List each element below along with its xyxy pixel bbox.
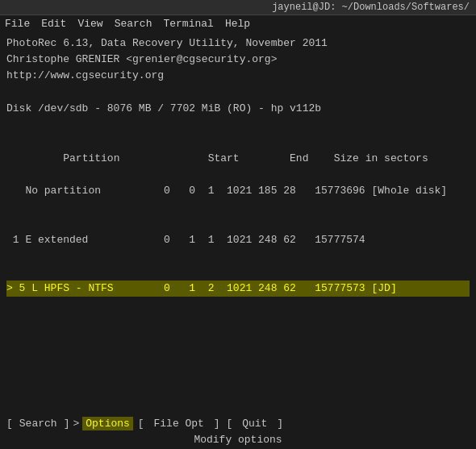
author-line: Christophe GRENIER <grenier@cgsecurity.o… bbox=[6, 52, 470, 68]
quit-button[interactable]: Quit bbox=[239, 417, 270, 430]
table-header: Partition Start End Size in sectors bbox=[31, 152, 428, 164]
table-row[interactable]: No partition 0 0 1 1021 185 28 15773696 … bbox=[6, 183, 470, 199]
disk-line: Disk /dev/sdb - 8076 MB / 7702 MiB (RO) … bbox=[6, 101, 470, 117]
menu-file[interactable]: File bbox=[5, 18, 30, 30]
bottom-bar: [ Search ] > Options [ File Opt ] [ Quit… bbox=[0, 414, 476, 449]
title-text: jayneil@JD: ~/Downloads/Softwares/ bbox=[272, 2, 470, 13]
options-arrow: > bbox=[73, 418, 79, 430]
fileopt-button[interactable]: File Opt bbox=[150, 417, 207, 430]
search-bracket-close: ] bbox=[64, 418, 70, 430]
partition-table: Partition Start End Size in sectors No p… bbox=[6, 135, 470, 330]
menu-edit[interactable]: Edit bbox=[41, 18, 66, 30]
blank2 bbox=[6, 117, 470, 133]
search-bracket-open: [ bbox=[6, 418, 13, 430]
table-row-selected[interactable]: > 5 L HPFS - NTFS 0 1 2 1021 248 62 1577… bbox=[6, 281, 470, 297]
modify-options-label: Modify options bbox=[0, 434, 476, 449]
title-bar: jayneil@JD: ~/Downloads/Softwares/ bbox=[0, 0, 476, 15]
quit-wrapper: [ Quit ] bbox=[227, 417, 283, 430]
fileopt-wrapper: [ File Opt ] bbox=[138, 417, 220, 430]
search-button[interactable]: Search bbox=[16, 417, 61, 430]
menu-view[interactable]: View bbox=[77, 18, 102, 30]
bottom-buttons: [ Search ] > Options [ File Opt ] [ Quit… bbox=[0, 414, 476, 434]
options-button[interactable]: Options bbox=[82, 417, 133, 430]
menu-terminal[interactable]: Terminal bbox=[163, 18, 213, 30]
menu-help[interactable]: Help bbox=[225, 18, 250, 30]
menu-bar: File Edit View Search Terminal Help bbox=[0, 15, 476, 32]
photorec-line: PhotoRec 6.13, Data Recovery Utility, No… bbox=[6, 35, 470, 52]
blank1 bbox=[6, 84, 470, 100]
terminal-body: PhotoRec 6.13, Data Recovery Utility, No… bbox=[0, 32, 476, 333]
menu-search[interactable]: Search bbox=[115, 18, 152, 30]
table-row[interactable]: 1 E extended 0 1 1 1021 248 62 15777574 bbox=[6, 232, 470, 248]
url-line: http://www.cgsecurity.org bbox=[6, 68, 470, 84]
